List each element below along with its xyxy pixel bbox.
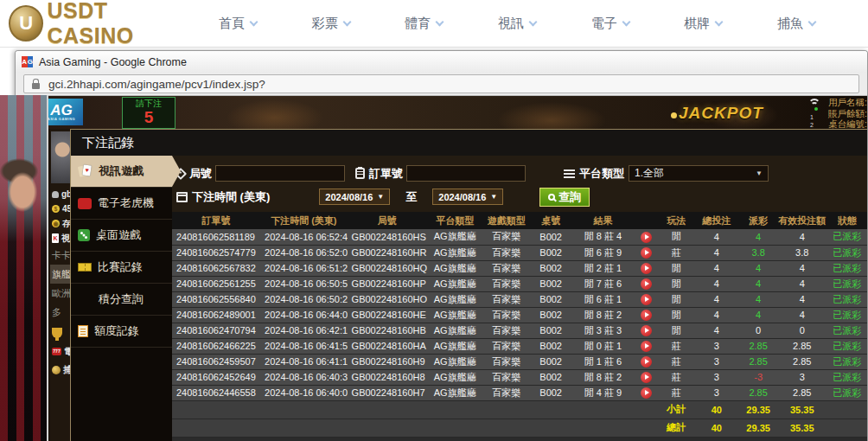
account-info-block: 12 用戶名稱:賬戶餘額:桌台編號: — [808, 97, 867, 130]
search-button[interactable]: 查詢 — [539, 188, 590, 207]
game-menu-item-0[interactable]: 卡卡 — [50, 246, 70, 265]
chevron-down-icon — [715, 17, 724, 26]
order-no-cell: 240816062459507 — [172, 354, 260, 369]
card-icon: K — [52, 233, 59, 243]
play-button[interactable] — [641, 356, 652, 368]
total-bet-cell: 3 — [694, 338, 739, 354]
valid-bet-cell: 2.85 — [777, 385, 827, 400]
slot-777-icon: 777 — [52, 348, 61, 355]
platform-select[interactable]: 1.全部▼ — [629, 165, 769, 182]
table-no-cell: B002 — [530, 385, 571, 400]
empty-cell — [571, 400, 634, 419]
bet-time-cell: 2024-08-16 06:41:52 — [260, 338, 348, 354]
nav-item-2[interactable]: 體育 — [405, 16, 443, 32]
play-type-cell: 閒 — [659, 323, 694, 338]
menu-item-ticket[interactable]: 比賽記錄 — [71, 252, 172, 284]
date-from-picker[interactable]: 2024/08/16▼ — [319, 189, 390, 205]
menu-item-diamond[interactable]: 積分查詢 — [71, 284, 172, 316]
date-to-picker[interactable]: 2024/08/16▼ — [432, 189, 503, 205]
nav-item-4[interactable]: 電子 — [591, 16, 629, 32]
round-no-cell: GB002248160HP — [348, 276, 427, 291]
replay-cell — [635, 260, 659, 276]
footer-label: 總計 — [659, 419, 694, 437]
play-button[interactable] — [641, 232, 652, 243]
platform-cell: AG旗艦廳 — [427, 338, 482, 354]
deposit-button[interactable]: ◉存款 — [50, 216, 70, 231]
table-footer: 小計4029.3535.35總計4029.3535.35 — [172, 400, 867, 437]
doc-icon — [78, 325, 88, 337]
order-no-cell: 240816062567832 — [172, 260, 260, 276]
valid-bet-cell: 4 — [777, 229, 827, 245]
nav-item-6[interactable]: 捕魚 — [777, 16, 815, 32]
status-cell: 已派彩 — [827, 354, 867, 369]
menu-item-slot[interactable]: 電子老虎機 — [71, 188, 172, 220]
play-button[interactable] — [641, 341, 652, 352]
menu-item-label: 積分查詢 — [99, 291, 144, 307]
total-bet-cell: 3 — [694, 369, 739, 385]
bet-time-cell: 2024-08-16 06:52:02 — [260, 245, 348, 260]
table-row: 2408160625747792024-08-16 06:52:02GB0022… — [172, 245, 867, 260]
nav-item-3[interactable]: 視訊 — [498, 16, 536, 32]
game-type-cell: 百家樂 — [482, 245, 530, 260]
payout-cell: 2.85 — [739, 354, 777, 369]
order-no-cell: 240816062489001 — [172, 307, 260, 323]
round-input[interactable] — [215, 165, 345, 182]
menu-item-dice[interactable]: 桌面遊戲 — [71, 220, 172, 252]
play-button[interactable] — [641, 310, 652, 321]
slot-row[interactable]: 777電子 — [50, 344, 70, 359]
valid-bet-cell: 4 — [777, 260, 827, 276]
play-button[interactable] — [641, 263, 652, 274]
play-button[interactable] — [641, 294, 652, 305]
replay-cell — [635, 338, 659, 354]
empty-cell — [571, 419, 634, 437]
filter-area: 局號 訂單號 平台類型 1.全部▼ 下注時間 (美東) 2024/08/16▼ … — [172, 156, 867, 208]
column-header: 遊戲類型 — [482, 212, 530, 229]
account-info-labels: 用戶名稱:賬戶餘額:桌台編號: — [828, 97, 867, 130]
table-no-cell: B002 — [530, 229, 571, 245]
game-menu-item-3[interactable]: 多 — [50, 303, 70, 322]
game-type-cell: 百家樂 — [482, 260, 530, 276]
game-menu-item-2[interactable]: 歐洲 — [50, 284, 70, 303]
nav-item-label: 體育 — [405, 16, 431, 32]
play-type-cell: 閒 — [659, 307, 694, 323]
payout-cell: 4 — [739, 260, 777, 276]
tournament-row[interactable] — [50, 322, 70, 344]
play-type-cell: 莊 — [659, 385, 694, 400]
menu-item-doc[interactable]: 額度記錄 — [71, 316, 172, 348]
payout-cell: 4 — [739, 276, 777, 291]
order-label: 訂單號 — [355, 166, 403, 182]
column-header — [635, 212, 659, 229]
nav-item-0[interactable]: 首頁 — [219, 16, 257, 32]
empty-cell — [635, 400, 659, 419]
records-table: 訂單號下注時間 (美東)局號平台類型遊戲類型桌號結果玩法總投注派彩有效投注額狀態… — [172, 212, 867, 438]
game-menu-item-1[interactable]: 旗艦 — [50, 265, 70, 284]
video-game-row[interactable]: K視 — [50, 231, 70, 246]
status-cell: 已派彩 — [827, 276, 867, 291]
replay-cell — [635, 307, 659, 323]
address-bar[interactable]: gci.2hhapi.com/agingame/pcv1/index.jsp? — [23, 74, 859, 93]
round-no-cell: GB002248160HR — [348, 245, 427, 260]
play-type-cell: 莊 — [659, 338, 694, 354]
table-row: 2408160625568402024-08-16 06:50:23GB0022… — [172, 291, 867, 307]
dropdown-arrow-icon: ▼ — [490, 193, 497, 201]
empty-cell — [482, 419, 530, 437]
nav-item-1[interactable]: 彩票 — [312, 16, 350, 32]
site-logo[interactable]: U USDT CASINO — [9, 0, 195, 48]
diamond-icon — [78, 292, 93, 306]
menu-item-cards[interactable]: 視訊遊戲 — [71, 156, 172, 188]
chrome-titlebar[interactable]: A G Asia Gaming - Google Chrome — [16, 51, 867, 73]
nav-item-5[interactable]: 棋牌 — [684, 16, 722, 32]
payout-cell: -3 — [739, 369, 777, 385]
order-input[interactable] — [406, 165, 526, 182]
column-header: 桌號 — [530, 212, 571, 229]
bet-time-cell: 2024-08-16 06:44:00 — [260, 307, 348, 323]
fishing-row[interactable]: 捕 — [50, 359, 70, 381]
play-button[interactable] — [641, 278, 652, 290]
play-button[interactable] — [641, 325, 652, 336]
play-button[interactable] — [641, 247, 652, 259]
platform-cell: AG旗艦廳 — [427, 385, 482, 400]
play-button[interactable] — [641, 387, 652, 399]
order-no-cell: 240816062446558 — [172, 385, 260, 400]
platform-cell: AG旗艦廳 — [427, 291, 482, 307]
play-button[interactable] — [641, 372, 652, 383]
